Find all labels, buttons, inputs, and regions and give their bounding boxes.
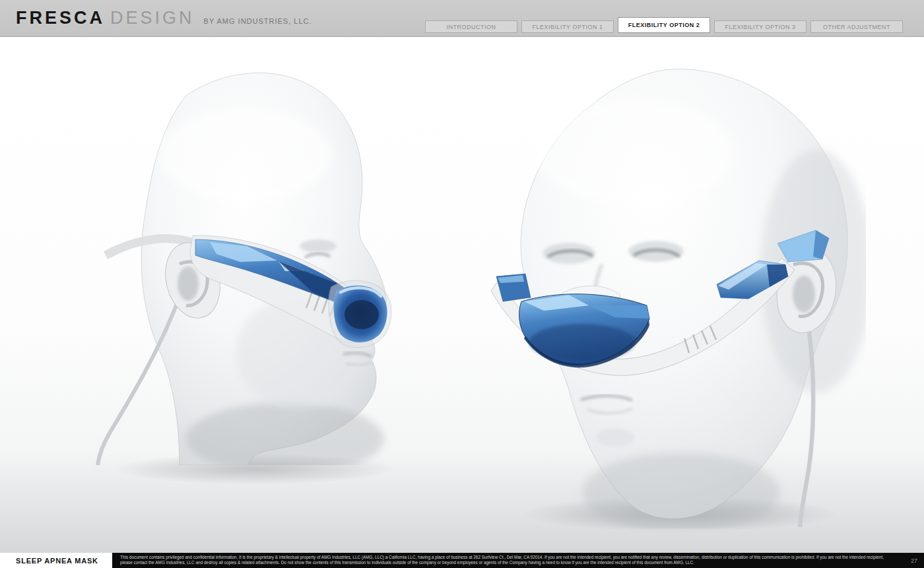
brand-secondary: DESIGN <box>110 8 195 28</box>
tab-flexibility-option-1[interactable]: FLEXIBILITY OPTION 1 <box>521 20 614 33</box>
side-profile-render <box>81 69 397 468</box>
product-title: SLEEP APNEA MASK <box>0 553 112 568</box>
page: FRESCA DESIGN BY AMG INDUSTRIES, LLC. IN… <box>0 0 924 568</box>
footer-bar: SLEEP APNEA MASK This document contains … <box>0 553 924 568</box>
page-number: 27 <box>902 553 924 568</box>
legal-disclaimer: This document contains privileged and co… <box>112 553 902 568</box>
brand-logo: FRESCA DESIGN BY AMG INDUSTRIES, LLC. <box>0 8 312 28</box>
tab-bar: INTRODUCTION FLEXIBILITY OPTION 1 FLEXIB… <box>425 17 903 33</box>
header-bar: FRESCA DESIGN BY AMG INDUSTRIES, LLC. IN… <box>0 0 924 37</box>
tab-introduction[interactable]: INTRODUCTION <box>425 20 517 33</box>
brand-primary: FRESCA <box>16 8 105 28</box>
brand-byline: BY AMG INDUSTRIES, LLC. <box>204 17 312 25</box>
render-canvas <box>0 38 924 553</box>
tab-flexibility-option-3[interactable]: FLEXIBILITY OPTION 3 <box>714 20 807 33</box>
tab-flexibility-option-2[interactable]: FLEXIBILITY OPTION 2 <box>618 17 710 33</box>
three-quarter-render <box>483 67 866 531</box>
tab-other-adjustment[interactable]: OTHER ADJUSTMENT <box>810 20 903 33</box>
